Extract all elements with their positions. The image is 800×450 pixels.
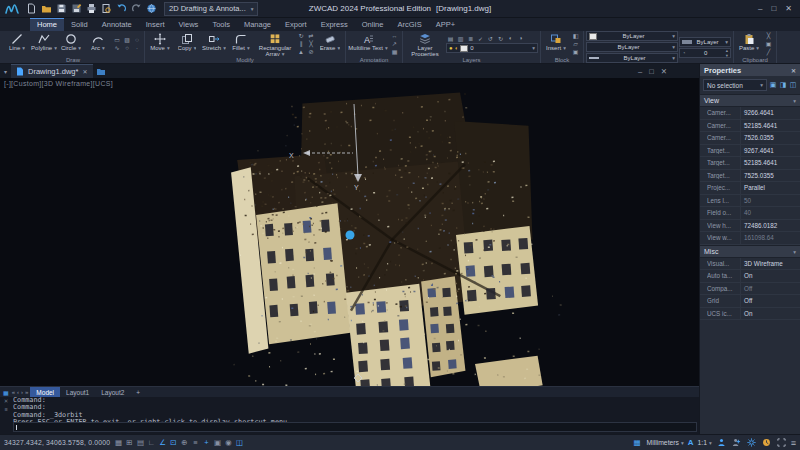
snap-toggle[interactable]: ▤: [135, 437, 146, 448]
property-row[interactable]: Target... 9267.4641: [700, 145, 800, 158]
maximize-button[interactable]: □: [771, 4, 776, 13]
property-row[interactable]: Camer... 52185.4641: [700, 120, 800, 133]
arc-button[interactable]: Arc: [85, 31, 111, 56]
block-attribute-icon[interactable]: ▣: [570, 48, 581, 56]
property-row[interactable]: Auto ta... On: [700, 270, 800, 283]
plot-preview-button[interactable]: [100, 2, 113, 15]
property-row[interactable]: Camer... 9266.4641: [700, 107, 800, 120]
property-row[interactable]: Target... 52185.4641: [700, 157, 800, 170]
trim-icon[interactable]: ╳: [306, 40, 316, 48]
plot-style-select[interactable]: ByLayer: [679, 37, 731, 47]
lineweight-select[interactable]: ByLayer: [586, 53, 678, 63]
dimension-icon[interactable]: ↔: [389, 32, 400, 40]
revision-cloud-icon[interactable]: ◌: [132, 36, 142, 44]
select-objects-icon[interactable]: ▣: [769, 81, 777, 89]
minimize-button[interactable]: –: [758, 4, 762, 13]
status-menu-button[interactable]: ≡: [791, 438, 796, 448]
doc-restore-button[interactable]: □: [649, 67, 654, 76]
section-misc[interactable]: Misc: [700, 245, 800, 258]
property-row[interactable]: UCS ic... On: [700, 308, 800, 321]
property-row[interactable]: Field o... 40: [700, 207, 800, 220]
tab-app-plus[interactable]: APP+: [429, 18, 462, 31]
properties-panel-header[interactable]: Properties: [700, 64, 800, 76]
stretch-button[interactable]: Stretch: [201, 31, 227, 56]
paste-button[interactable]: Paste: [736, 31, 762, 56]
property-row[interactable]: Target... 7525.0355: [700, 170, 800, 183]
save-button[interactable]: [55, 2, 68, 15]
line-button[interactable]: Line: [4, 31, 30, 56]
insert-button[interactable]: Insert: [543, 31, 569, 56]
transparency-toggle[interactable]: ▣: [212, 437, 223, 448]
command-options-icon[interactable]: ≡: [4, 406, 7, 412]
redo-button[interactable]: [130, 2, 143, 15]
tab-manage[interactable]: Manage: [237, 18, 278, 31]
polar-toggle[interactable]: ∠: [157, 437, 168, 448]
layout-grid-icon[interactable]: ▦: [2, 389, 10, 396]
print-button[interactable]: [85, 2, 98, 15]
leader-icon[interactable]: ↗: [389, 40, 400, 48]
otrack-toggle[interactable]: ⊕: [179, 437, 190, 448]
doc-close-button[interactable]: [661, 67, 667, 76]
dyn-toggle[interactable]: +: [201, 437, 212, 448]
layout-tab-add-layout[interactable]: +: [130, 387, 146, 397]
ortho-toggle[interactable]: ∟: [146, 437, 157, 448]
cut-icon[interactable]: ╳: [763, 32, 774, 40]
osnap-toggle[interactable]: ⊡: [168, 437, 179, 448]
tab-solid[interactable]: Solid: [64, 18, 95, 31]
tab-export[interactable]: Export: [278, 18, 314, 31]
section-view[interactable]: View: [700, 94, 800, 107]
erase-button[interactable]: Erase: [317, 31, 343, 56]
toggle-pickadd-icon[interactable]: ◫: [789, 81, 797, 89]
annotation-scale-dropdown[interactable]: 1:1: [698, 439, 712, 446]
workspace-dropdown[interactable]: 2D Drafting & Annota...: [164, 2, 258, 16]
layer-isolate-icon[interactable]: ▥: [456, 34, 465, 42]
lwt-toggle[interactable]: ≡: [190, 437, 201, 448]
tab-insert[interactable]: Insert: [139, 18, 172, 31]
tab-list-button[interactable]: ▾: [2, 68, 9, 75]
create-block-icon[interactable]: ◧: [570, 32, 581, 40]
explode-icon[interactable]: ⊘: [306, 48, 316, 56]
hatch-icon[interactable]: ▨: [122, 36, 132, 44]
property-row[interactable]: Visual... 3D Wireframe: [700, 258, 800, 271]
layer-prev-icon[interactable]: ↺: [486, 34, 495, 42]
open-file-button[interactable]: [40, 2, 53, 15]
undo-button[interactable]: [115, 2, 128, 15]
rotate-icon[interactable]: ↻: [296, 32, 306, 40]
object-color-select[interactable]: ByLayer: [586, 31, 678, 41]
grid-toggle[interactable]: ⊞: [124, 437, 135, 448]
offset-icon[interactable]: ∥: [296, 40, 306, 48]
layout-tab-layout2[interactable]: Layout2: [95, 387, 130, 397]
transparency-stepper[interactable]: ◔0▴▾: [679, 48, 731, 58]
selection-cycling-toggle[interactable]: ◉: [223, 437, 234, 448]
rectangular-array-button[interactable]: Rectangular Array: [255, 31, 295, 56]
tab-express[interactable]: Express: [314, 18, 355, 31]
layer-on-icon[interactable]: ✓: [476, 34, 485, 42]
linetype-select[interactable]: ByLayer: [586, 42, 678, 52]
property-row[interactable]: Lens l... 50: [700, 195, 800, 208]
match-properties-icon[interactable]: ╱: [763, 48, 774, 56]
polyline-button[interactable]: Polyline: [31, 31, 57, 56]
property-row[interactable]: Grid Off: [700, 295, 800, 308]
circle-button[interactable]: Circle: [58, 31, 84, 56]
close-command-icon[interactable]: ✕: [4, 398, 9, 404]
properties-close-button[interactable]: [791, 67, 796, 74]
save-as-button[interactable]: [70, 2, 83, 15]
viewport-controls[interactable]: [-][Custom][3D Wireframe][UCS]: [4, 80, 113, 87]
command-input[interactable]: [13, 422, 697, 432]
property-row[interactable]: Compa... Off: [700, 283, 800, 296]
scale-icon[interactable]: ▲: [296, 48, 306, 56]
tab-online[interactable]: Online: [355, 18, 391, 31]
model-space-toggle[interactable]: ▦: [113, 437, 124, 448]
mirror-icon[interactable]: ⇄: [306, 32, 316, 40]
units-dropdown[interactable]: Millimeters: [646, 439, 683, 446]
selection-dropdown[interactable]: No selection: [703, 79, 767, 91]
layer-properties-button[interactable]: Layer Properties: [405, 31, 445, 56]
move-button[interactable]: Move: [147, 31, 173, 56]
property-row[interactable]: View w... 161098.64: [700, 232, 800, 245]
model-viewport[interactable]: [-][Custom][3D Wireframe][UCS] XY: [0, 78, 699, 386]
layer-walk-icon[interactable]: ↻: [496, 34, 505, 42]
table-icon[interactable]: ▦: [389, 48, 400, 56]
new-file-button[interactable]: [25, 2, 38, 15]
layer-select[interactable]: ● ◐ 0: [446, 43, 538, 53]
command-history[interactable]: Command:Command:Command: _3dorbitPress E…: [13, 397, 697, 422]
